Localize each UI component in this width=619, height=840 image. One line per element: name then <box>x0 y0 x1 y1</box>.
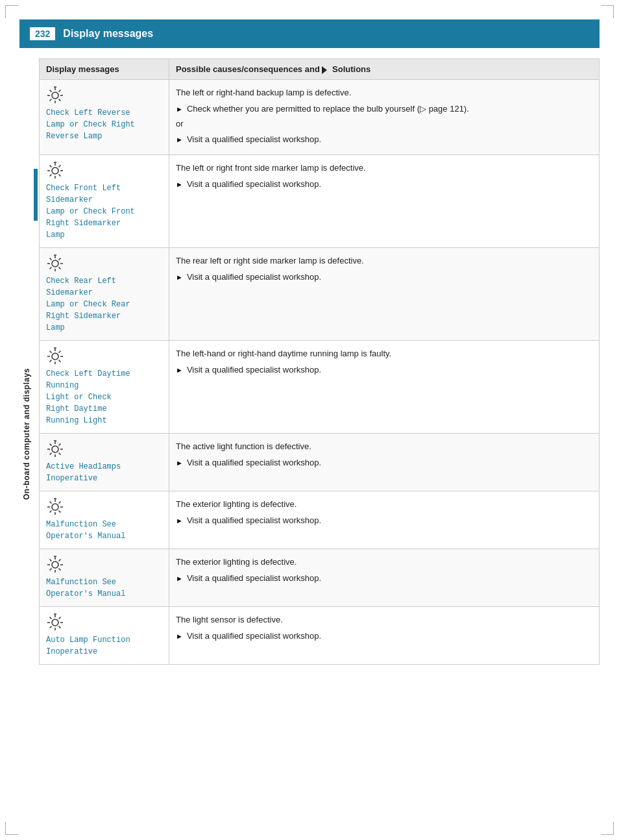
svg-line-47 <box>59 444 61 446</box>
table-row: Check Rear LeftSidemarkerLamp or Check R… <box>40 248 600 341</box>
header-arrow-icon <box>322 66 327 74</box>
svg-point-60 <box>52 562 58 568</box>
warning-light-icon <box>46 162 64 180</box>
col2-header-solutions: Solutions <box>332 64 370 74</box>
svg-line-6 <box>59 99 61 101</box>
svg-line-37 <box>59 351 61 353</box>
header-bar: 232 Display messages <box>19 19 600 48</box>
svg-line-8 <box>50 99 52 101</box>
svg-line-27 <box>59 258 61 260</box>
solution-arrow-text: Visit a qualified specialist workshop. <box>187 133 321 147</box>
svg-line-68 <box>50 569 52 571</box>
solution-text-line: The light sensor is defective. <box>176 613 592 627</box>
solution-cell: The light sensor is defective.►Visit a q… <box>169 607 600 665</box>
solution-arrow-item: ►Visit a qualified specialist workshop. <box>176 133 592 147</box>
arrow-icon: ► <box>176 179 183 191</box>
svg-line-38 <box>50 360 52 362</box>
message-code: Check Left ReverseLamp or Check RightRev… <box>46 107 162 142</box>
message-code: Malfunction SeeOperator's Manual <box>46 576 162 600</box>
message-code: Check Rear LeftSidemarkerLamp or Check R… <box>46 275 162 334</box>
solution-arrow-text: Visit a qualified specialist workshop. <box>187 271 321 284</box>
svg-point-10 <box>52 167 58 174</box>
arrow-icon: ► <box>176 515 183 527</box>
main-content: Display messages Possible causes/consequ… <box>39 58 600 665</box>
svg-point-20 <box>52 260 58 267</box>
svg-point-30 <box>52 353 58 360</box>
arrow-icon: ► <box>176 272 183 284</box>
svg-point-70 <box>52 619 58 626</box>
svg-line-58 <box>50 511 52 513</box>
svg-line-35 <box>50 351 52 353</box>
arrow-icon: ► <box>176 134 183 146</box>
svg-line-25 <box>50 258 52 260</box>
svg-line-78 <box>50 626 52 628</box>
message-code: Active HeadlampsInoperative <box>46 461 162 484</box>
arrow-icon: ► <box>176 365 183 377</box>
display-message-cell: Check Left DaytimeRunningLight or CheckR… <box>40 341 169 434</box>
solution-content: The rear left or right side marker lamp … <box>176 254 592 284</box>
arrow-icon: ► <box>176 631 183 643</box>
solution-text-line: The exterior lighting is defective. <box>176 556 592 569</box>
svg-point-0 <box>52 92 58 99</box>
svg-line-67 <box>59 560 61 562</box>
solution-content: The left or right-hand backup lamp is de… <box>176 86 592 147</box>
table-row: Malfunction SeeOperator's ManualThe exte… <box>40 549 600 607</box>
blue-stripe <box>34 169 38 221</box>
table-row: Malfunction SeeOperator's ManualThe exte… <box>40 491 600 549</box>
solution-arrow-item: ►Visit a qualified specialist workshop. <box>176 572 592 586</box>
solution-arrow-item: ►Visit a qualified specialist workshop. <box>176 514 592 528</box>
message-code: Auto Lamp FunctionInoperative <box>46 634 162 658</box>
warning-light-icon <box>46 254 64 273</box>
col2-header-text: Possible causes/consequences and <box>176 64 320 74</box>
page-number: 232 <box>30 27 55 40</box>
arrow-icon: ► <box>176 573 183 585</box>
svg-line-16 <box>59 175 61 177</box>
solution-text-line: The exterior lighting is defective. <box>176 498 592 512</box>
message-code: Check Front LeftSidemarkerLamp or Check … <box>46 182 162 241</box>
svg-line-26 <box>59 267 61 269</box>
warning-light-icon <box>46 440 64 458</box>
solution-arrow-text: Check whether you are permitted to repla… <box>187 103 469 116</box>
arrow-icon: ► <box>176 104 183 116</box>
solution-cell: The exterior lighting is defective.►Visi… <box>169 549 600 607</box>
svg-line-48 <box>50 453 52 455</box>
solution-cell: The exterior lighting is defective.►Visi… <box>169 491 600 549</box>
table-row: Auto Lamp FunctionInoperativeThe light s… <box>40 607 600 665</box>
solution-content: The active light function is defective.►… <box>176 440 592 470</box>
corner-br <box>601 822 614 835</box>
warning-light-icon <box>46 347 64 365</box>
svg-line-77 <box>59 617 61 619</box>
svg-line-65 <box>50 560 52 562</box>
solution-arrow-text: Visit a qualified specialist workshop. <box>187 514 321 528</box>
solution-content: The left-hand or right-hand daytime runn… <box>176 347 592 377</box>
solution-arrow-item: ►Visit a qualified specialist workshop. <box>176 178 592 191</box>
solution-cell: The active light function is defective.►… <box>169 434 600 491</box>
solution-cell: The left or right front side marker lamp… <box>169 155 600 248</box>
svg-line-15 <box>50 166 52 167</box>
svg-line-75 <box>50 617 52 619</box>
warning-light-icon <box>46 556 64 574</box>
solution-text-line: The left-hand or right-hand daytime runn… <box>176 347 592 361</box>
solution-content: The exterior lighting is defective.►Visi… <box>176 556 592 586</box>
svg-line-17 <box>59 166 61 167</box>
svg-line-28 <box>50 267 52 269</box>
solution-text-line: or <box>176 117 592 131</box>
display-message-cell: Check Left ReverseLamp or Check RightRev… <box>40 80 169 155</box>
svg-point-50 <box>52 504 58 510</box>
solution-arrow-item: ►Visit a qualified specialist workshop. <box>176 456 592 470</box>
warning-light-icon <box>46 613 64 632</box>
warning-light-icon <box>46 498 64 516</box>
arrow-icon: ► <box>176 458 183 469</box>
table-row: Active HeadlampsInoperativeThe active li… <box>40 434 600 491</box>
solution-cell: The left or right-hand backup lamp is de… <box>169 80 600 155</box>
display-message-cell: Check Rear LeftSidemarkerLamp or Check R… <box>40 248 169 341</box>
solution-arrow-text: Visit a qualified specialist workshop. <box>187 178 321 191</box>
table-row: Check Left DaytimeRunningLight or CheckR… <box>40 341 600 434</box>
solution-cell: The rear left or right side marker lamp … <box>169 248 600 341</box>
display-message-cell: Auto Lamp FunctionInoperative <box>40 607 169 665</box>
solution-content: The exterior lighting is defective.►Visi… <box>176 498 592 528</box>
solution-cell: The left-hand or right-hand daytime runn… <box>169 341 600 434</box>
svg-line-57 <box>59 502 61 504</box>
solution-arrow-item: ►Visit a qualified specialist workshop. <box>176 271 592 284</box>
svg-line-55 <box>50 502 52 504</box>
